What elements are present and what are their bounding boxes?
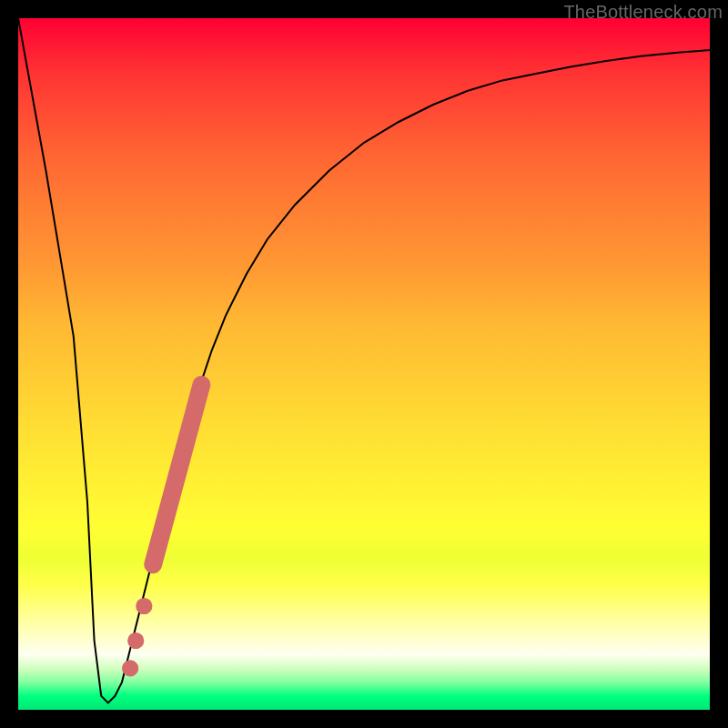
- marker-dot-3: [136, 598, 152, 614]
- chart-frame: TheBottleneck.com: [0, 0, 728, 728]
- plot-area: [18, 18, 710, 710]
- chart-svg: [18, 18, 710, 710]
- watermark-text: TheBottleneck.com: [563, 2, 723, 23]
- marker-dot-2: [127, 632, 144, 649]
- marker-dot-1: [122, 660, 138, 676]
- marker-bar: [153, 385, 201, 565]
- bottleneck-curve: [18, 18, 710, 703]
